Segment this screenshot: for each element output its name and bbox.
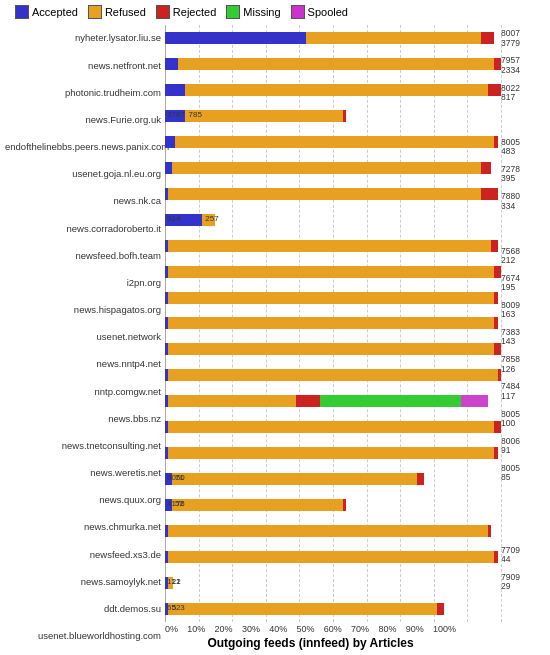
y-label: newsfeed.bofh.team xyxy=(5,251,161,261)
right-label: 8005483 xyxy=(501,139,545,155)
legend-box xyxy=(88,5,102,19)
right-label xyxy=(501,520,545,536)
bar-segment-accepted xyxy=(165,32,306,44)
bar-row xyxy=(165,342,501,356)
y-label: ddt.demos.su xyxy=(5,604,161,614)
bar-segment-refused xyxy=(168,369,497,381)
chart-container: AcceptedRefusedRejectedMissingSpooled ny… xyxy=(0,0,550,655)
bar-segment-rejected xyxy=(498,369,501,381)
bar-segment-accepted xyxy=(165,136,175,148)
y-labels: nyheter.lysator.liu.senews.netfront.netp… xyxy=(5,25,165,650)
bar-segment-rejected xyxy=(494,447,497,459)
bar-row xyxy=(165,57,501,71)
bar-segment-refused xyxy=(168,525,487,537)
bar-segment-rejected xyxy=(437,603,444,615)
bar-row: 417652 xyxy=(165,498,501,512)
right-label: 800691 xyxy=(501,438,545,454)
bar-segment-rejected xyxy=(481,162,491,174)
bar-segment-rejected xyxy=(494,317,497,329)
x-label: 100% xyxy=(433,624,456,634)
bars-section: 37677859142576050714176521112265235 0%10… xyxy=(165,25,501,650)
x-label: 50% xyxy=(296,624,314,634)
bar-inside-label2: 22 xyxy=(172,576,181,588)
bar-segment-rejected xyxy=(296,395,320,407)
bar-segment-rejected xyxy=(343,110,346,122)
y-label: photonic.trudheim.com xyxy=(5,88,161,98)
y-label: news.tnetconsulting.net xyxy=(5,441,161,451)
bar-row xyxy=(165,316,501,330)
bar-segment-rejected xyxy=(494,292,497,304)
bar-row: 65235 xyxy=(165,602,501,616)
bar-row xyxy=(165,187,501,201)
right-label xyxy=(501,601,545,617)
bar-segment-refused xyxy=(168,551,494,563)
legend-item-accepted: Accepted xyxy=(15,5,78,19)
y-label: newsfeed.xs3.de xyxy=(5,550,161,560)
legend-label: Accepted xyxy=(32,6,78,18)
y-label: endofthelinebbs.peers.news.panix.com xyxy=(5,142,161,152)
bar-segment-refused xyxy=(175,136,494,148)
right-label: 79572334 xyxy=(501,58,545,74)
x-label: 20% xyxy=(215,624,233,634)
bar-inside-label2: 71 xyxy=(175,472,184,484)
right-label: 7858126 xyxy=(501,357,545,373)
bar-segment-refused xyxy=(172,499,343,511)
legend-box xyxy=(15,5,29,19)
bar-inside-label2: 785 xyxy=(189,109,202,121)
y-label: news.corradoroberto.it xyxy=(5,224,161,234)
bar-inside-label: 3767 xyxy=(167,109,185,121)
right-label: 7674195 xyxy=(501,275,545,291)
bar-segment-refused xyxy=(168,395,296,407)
legend: AcceptedRefusedRejectedMissingSpooled xyxy=(5,5,545,19)
right-label xyxy=(501,112,545,128)
right-label: 7880334 xyxy=(501,194,545,210)
x-label: 40% xyxy=(269,624,287,634)
bar-segment-refused xyxy=(168,447,494,459)
x-label: 80% xyxy=(378,624,396,634)
bar-row xyxy=(165,420,501,434)
y-label: news.weretis.net xyxy=(5,468,161,478)
bar-row: 914257 xyxy=(165,213,501,227)
bar-segment-refused xyxy=(168,292,494,304)
legend-box xyxy=(156,5,170,19)
y-label: news.nk.ca xyxy=(5,196,161,206)
y-label: news.Furie.org.uk xyxy=(5,115,161,125)
right-label: 800585 xyxy=(501,465,545,481)
legend-item-refused: Refused xyxy=(88,5,146,19)
bar-segment-rejected xyxy=(488,84,501,96)
bar-segment-refused xyxy=(168,421,494,433)
x-axis-labels: 0%10%20%30%40%50%60%70%80%90%100% xyxy=(165,622,501,634)
right-label: 7278395 xyxy=(501,166,545,182)
bar-segment-rejected xyxy=(494,551,497,563)
y-label: i2pn.org xyxy=(5,278,161,288)
bar-segment-refused xyxy=(168,188,480,200)
bar-row xyxy=(165,368,501,382)
bar-row xyxy=(165,394,501,408)
right-label xyxy=(501,628,545,644)
bar-row xyxy=(165,265,501,279)
right-label xyxy=(501,493,545,509)
bar-segment-refused xyxy=(172,162,481,174)
bar-row xyxy=(165,161,501,175)
x-label: 70% xyxy=(351,624,369,634)
bar-inside-label2: 257 xyxy=(205,213,218,225)
bar-segment-rejected xyxy=(488,525,491,537)
chart-area: nyheter.lysator.liu.senews.netfront.netp… xyxy=(5,25,545,650)
legend-label: Rejected xyxy=(173,6,216,18)
bar-segment-refused xyxy=(168,603,437,615)
x-label: 0% xyxy=(165,624,178,634)
y-label: news.quux.org xyxy=(5,495,161,505)
right-labels: 8007377979572334802281780054837278395788… xyxy=(501,25,545,650)
legend-item-rejected: Rejected xyxy=(156,5,216,19)
bar-row xyxy=(165,31,501,45)
legend-item-spooled: Spooled xyxy=(291,5,348,19)
bar-row xyxy=(165,135,501,149)
y-label: usenet.goja.nl.eu.org xyxy=(5,169,161,179)
right-label: 8022817 xyxy=(501,85,545,101)
bar-row xyxy=(165,524,501,538)
legend-label: Refused xyxy=(105,6,146,18)
bar-segment-rejected xyxy=(491,240,498,252)
bar-row: 605071 xyxy=(165,472,501,486)
bar-row xyxy=(165,446,501,460)
bar-row xyxy=(165,239,501,253)
